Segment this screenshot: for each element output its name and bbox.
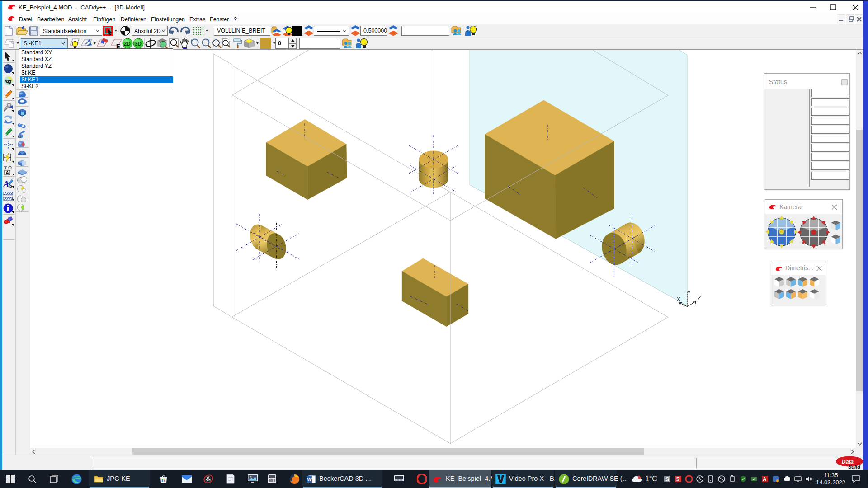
svg-text:Solid: Solid <box>848 464 860 469</box>
svg-text:S: S <box>665 476 669 483</box>
svg-text:2D: 2D <box>124 41 131 47</box>
svg-text:5: 5 <box>676 476 679 483</box>
svg-text:X: X <box>677 296 680 303</box>
svg-text:Y: Y <box>687 290 691 296</box>
svg-text:3D: 3D <box>135 41 142 47</box>
svg-text:A: A <box>6 170 9 175</box>
svg-text:A: A <box>763 476 767 483</box>
svg-text:Z: Z <box>698 295 701 301</box>
svg-text:W: W <box>307 477 312 482</box>
